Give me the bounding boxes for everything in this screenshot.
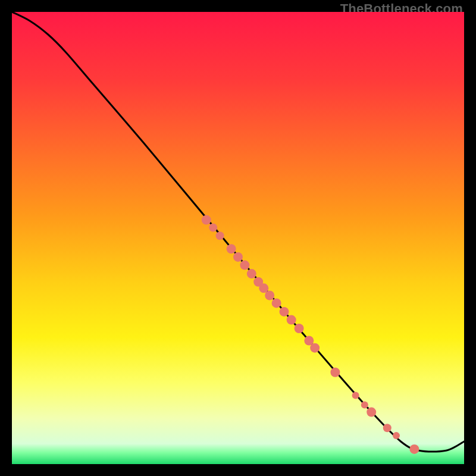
data-point	[280, 307, 289, 317]
bottleneck-chart	[12, 12, 464, 464]
data-point	[310, 343, 320, 353]
data-point	[240, 261, 249, 270]
data-point	[227, 244, 236, 253]
data-point	[295, 324, 304, 333]
data-point	[367, 408, 376, 417]
data-point	[247, 269, 256, 278]
data-point	[202, 215, 211, 225]
gradient-background	[12, 12, 464, 464]
data-point	[361, 401, 368, 408]
data-point	[272, 298, 281, 308]
data-point	[287, 315, 296, 325]
data-point	[209, 224, 217, 232]
data-point	[393, 432, 400, 439]
data-point	[330, 368, 340, 377]
data-point	[265, 291, 274, 300]
data-point	[233, 252, 243, 262]
data-point	[409, 444, 419, 454]
chart-container: TheBottleneck.com	[0, 0, 476, 476]
data-point	[352, 392, 359, 399]
data-point	[383, 424, 392, 432]
data-point	[216, 231, 224, 240]
